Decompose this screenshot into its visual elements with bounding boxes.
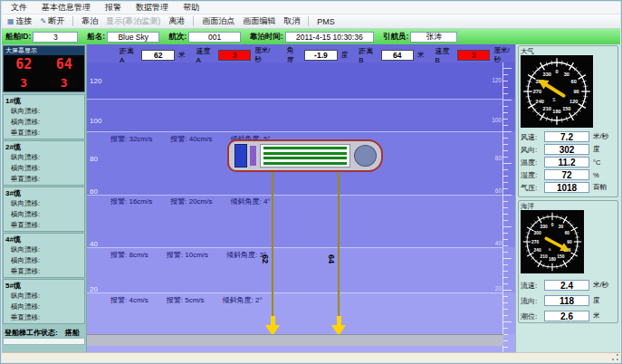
- pms-button[interactable]: PMS: [317, 17, 335, 26]
- voyage-label: 航次:: [168, 32, 187, 43]
- ruler-tick: [503, 106, 508, 107]
- connect-icon: ▦: [7, 17, 14, 25]
- speed-b-label: 速度B: [435, 46, 454, 64]
- grid-line: [87, 99, 502, 100]
- speed-b-value: 3: [457, 50, 490, 61]
- menu-file[interactable]: 文件: [11, 2, 27, 14]
- cable-1-longitudinal: 纵向漂移:: [5, 106, 84, 117]
- ship-funnel-block: [250, 146, 256, 166]
- svg-text:210: 210: [543, 106, 551, 111]
- ruler-tick: [503, 74, 508, 75]
- grid-line: [87, 131, 502, 132]
- big-display-panel: 大屏幕显示 62 64 3 3: [3, 45, 85, 92]
- ruler-tick: [503, 296, 508, 297]
- display-distance-a: 62: [15, 58, 32, 72]
- svg-text:330: 330: [543, 72, 551, 77]
- show-berth-monitor-button[interactable]: 显示(靠泊监测): [106, 15, 160, 27]
- cargo-stripe: [263, 162, 347, 165]
- ruler-tick: [503, 144, 508, 145]
- menu-alarm[interactable]: 报警: [105, 2, 121, 14]
- axis-label-80: 80: [90, 155, 98, 163]
- menu-help[interactable]: 帮助: [183, 2, 199, 14]
- cancel-button[interactable]: 取消: [283, 15, 300, 27]
- gangway-status: 登船梯工作状态:搭船: [5, 328, 85, 338]
- cable-group-4: 4#缆 纵向漂移: 横向漂移: 垂直漂移:: [3, 233, 85, 278]
- ruler-tick: [503, 138, 508, 139]
- svg-text:270: 270: [531, 240, 539, 244]
- environment-panel: 大气 0306090120150180210240270300330S 风速:7…: [515, 44, 620, 354]
- ruler-tick: [503, 214, 508, 215]
- svg-text:120: 120: [569, 99, 578, 104]
- wind-direction-gauge: 0306090120150180210240270300330S: [521, 55, 593, 128]
- tide-level-value: 2.6: [544, 311, 589, 321]
- svg-text:150: 150: [557, 254, 564, 259]
- svg-text:150: 150: [562, 106, 570, 111]
- berth-time-label: 靠泊时间:: [250, 32, 283, 43]
- distance-a-label: 距离A: [120, 46, 138, 64]
- ruler-tick: [503, 264, 508, 265]
- svg-text:210: 210: [540, 254, 547, 259]
- svg-text:S: S: [549, 247, 551, 252]
- cargo-stripe: [263, 147, 347, 149]
- pilot-field[interactable]: [410, 32, 457, 43]
- svg-text:240: 240: [534, 248, 541, 253]
- ship-cargo-deck: [260, 144, 350, 168]
- grid-line: [87, 195, 502, 196]
- display-distance-b: 64: [56, 58, 72, 72]
- current-direction-value: 118: [544, 295, 589, 306]
- distance-b-label: 距离B: [359, 46, 377, 64]
- pilot-label: 引航员:: [383, 32, 408, 43]
- menu-basic-info[interactable]: 基本信息管理: [42, 2, 91, 14]
- ruler-tick: [503, 233, 508, 234]
- toolbar-separator: [193, 16, 194, 26]
- ruler-tick: [503, 334, 508, 335]
- connect-button[interactable]: ▦连接: [7, 15, 33, 27]
- quay-band: [87, 334, 503, 346]
- speed-a-label: 速度A: [196, 46, 214, 64]
- ruler-tick: [503, 277, 508, 278]
- display-speed-b: 3: [61, 77, 68, 89]
- menu-data[interactable]: 数据管理: [136, 2, 168, 14]
- current-direction-row: 流向:118度: [521, 295, 616, 306]
- ruler-tick: [503, 100, 512, 101]
- cable-3-vertical: 垂直漂移:: [5, 220, 84, 231]
- cargo-stripe: [263, 157, 347, 159]
- voyage-field[interactable]: [188, 32, 241, 43]
- depart-button[interactable]: 离港: [168, 15, 185, 27]
- sensor-arrow-a: [265, 316, 280, 336]
- resize-grip[interactable]: [611, 353, 619, 361]
- pressure-row: 气压:1018百帕: [521, 182, 616, 193]
- ruler-tick: [503, 207, 508, 208]
- temperature-row: 温度:11.2°C: [521, 157, 616, 168]
- distance-a-value: 62: [141, 50, 174, 61]
- cable-5-longitudinal: 纵向漂移:: [5, 291, 84, 302]
- ruler-tick: [503, 283, 508, 284]
- ruler-tick: [503, 195, 512, 196]
- ship-id-field[interactable]: [33, 32, 78, 43]
- current-speed-value: 2.4: [544, 280, 589, 291]
- ship-name-label: 船名:: [87, 32, 105, 43]
- humidity-row: 湿度:72%: [521, 169, 616, 180]
- ruler-tick: [503, 220, 508, 221]
- screen-edit-button[interactable]: 画面编辑: [243, 15, 275, 27]
- ship-bridge-block: [234, 144, 247, 168]
- tide-level-row: 潮位:2.6米: [521, 311, 616, 321]
- ship-name-field[interactable]: [107, 32, 159, 43]
- atmosphere-group: 大气 0306090120150180210240270300330S 风速:7…: [518, 45, 618, 197]
- disconnect-button[interactable]: ✎断开: [41, 15, 65, 27]
- cable-1-vertical: 垂直漂移:: [5, 128, 84, 139]
- berth-time-field[interactable]: [285, 32, 374, 43]
- display-speed-a: 3: [20, 77, 27, 89]
- cable-3-longitudinal: 纵向漂移:: [5, 198, 84, 209]
- svg-text:300: 300: [534, 231, 541, 235]
- screen-berth-point-button[interactable]: 画面泊点: [202, 15, 234, 27]
- svg-text:60: 60: [565, 231, 570, 235]
- ruler-tick: [503, 68, 512, 69]
- svg-text:0: 0: [551, 223, 554, 227]
- ruler-tick: [503, 252, 508, 253]
- sidebar-status-box: [3, 338, 85, 345]
- angle-value: -1.9: [304, 50, 337, 61]
- ruler-tick: [503, 188, 508, 189]
- ruler-tick: [503, 87, 508, 88]
- berth-button[interactable]: 靠泊: [81, 15, 98, 27]
